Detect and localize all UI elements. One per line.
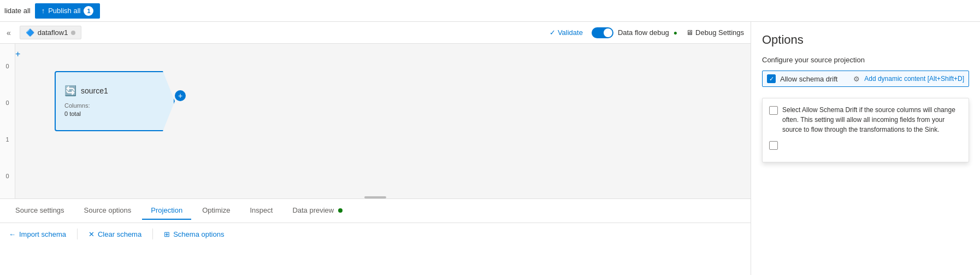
schema-drift-checkbox[interactable] <box>767 74 776 83</box>
separator-1 <box>77 229 78 239</box>
dataflow-dot <box>71 31 75 35</box>
debug-toggle[interactable] <box>592 27 613 38</box>
main-layout: « 🔷 dataflow1 ✓ Validate Data flow debug… <box>0 22 980 275</box>
import-schema-button[interactable]: ← Import schema <box>9 230 66 238</box>
bottom-panel: Source settings Source options Projectio… <box>0 198 751 275</box>
popup-checkbox-2[interactable] <box>769 141 778 150</box>
schema-drift-popup: Select Allow Schema Drift if the source … <box>762 98 969 162</box>
dynamic-content-link[interactable]: Add dynamic content [Alt+Shift+D] <box>864 75 964 83</box>
publish-all-button[interactable]: ↑ Publish all 1 <box>35 3 101 19</box>
tab-inspect[interactable]: Inspect <box>241 202 281 220</box>
source-node-name: source1 <box>81 86 108 95</box>
validate-button[interactable]: ✓ Validate <box>550 28 583 37</box>
toggle-thumb <box>604 28 612 37</box>
settings-gear-icon[interactable]: ⚙ <box>853 75 860 83</box>
schema-options-icon: ⊞ <box>164 230 170 238</box>
import-schema-icon: ← <box>9 230 16 238</box>
publish-all-label: Publish all <box>48 7 80 15</box>
add-top-button[interactable]: + <box>15 49 20 59</box>
data-preview-dot <box>338 208 343 213</box>
options-subtitle: Configure your source projection <box>762 56 969 64</box>
collapse-button[interactable]: « <box>7 28 11 37</box>
source-node-columns: Columns: 0 total <box>64 101 165 118</box>
diagram-canvas: 0 0 1 0 + 🔄 source1 <box>0 44 751 198</box>
debug-label: Data flow debug <box>618 28 669 37</box>
debug-settings-icon: 🖥 <box>686 28 693 37</box>
source-node-container: 🔄 source1 Columns: 0 total + <box>38 60 175 131</box>
separator-2 <box>152 229 153 239</box>
bottom-actions: ← Import schema ✕ Clear schema ⊞ Schema … <box>0 223 751 245</box>
secondary-toolbar: « 🔷 dataflow1 ✓ Validate Data flow debug… <box>0 22 751 44</box>
popup-checkbox-1[interactable] <box>769 106 778 115</box>
tab-projection[interactable]: Projection <box>142 202 191 220</box>
debug-settings-label: Debug Settings <box>695 28 744 37</box>
debug-toggle-group: Data flow debug ● <box>592 27 677 38</box>
clear-schema-icon: ✕ <box>88 230 95 238</box>
tab-source-options[interactable]: Source options <box>75 202 140 220</box>
diagram-number-2: 0 <box>5 100 9 106</box>
tab-optimize[interactable]: Optimize <box>193 202 239 220</box>
popup-row-2 <box>769 140 962 150</box>
diagram-number-1: 0 <box>5 63 9 69</box>
schema-drift-row: Allow schema drift ⚙ Add dynamic content… <box>762 71 969 87</box>
dataflow-icon: 🔷 <box>26 28 34 37</box>
tab-data-preview[interactable]: Data preview <box>284 202 351 220</box>
add-node-button[interactable]: + <box>175 90 186 101</box>
schema-drift-label: Allow schema drift <box>780 75 849 83</box>
clear-schema-button[interactable]: ✕ Clear schema <box>88 230 141 238</box>
dataflow-name: dataflow1 <box>38 28 68 37</box>
source-node-icon: 🔄 <box>64 85 76 97</box>
popup-row-1: Select Allow Schema Drift if the source … <box>769 105 962 134</box>
check-icon: ✓ <box>550 28 556 37</box>
options-title: Options <box>762 33 969 47</box>
dataflow-tab[interactable]: 🔷 dataflow1 <box>20 26 82 39</box>
debug-status-icon: ● <box>674 29 677 37</box>
source-node[interactable]: 🔄 source1 Columns: 0 total <box>55 71 175 131</box>
diagram-number-4: 0 <box>5 173 9 179</box>
right-panel: Options Configure your source projection… <box>751 22 980 275</box>
popup-text: Select Allow Schema Drift if the source … <box>782 105 962 134</box>
tabs-bar: Source settings Source options Projectio… <box>0 199 751 223</box>
top-toolbar: lidate all ↑ Publish all 1 <box>0 0 980 22</box>
diagram-number-3: 1 <box>5 136 9 143</box>
resize-handle[interactable] <box>364 196 386 198</box>
validate-all-label: lidate all <box>4 7 31 15</box>
validate-label: Validate <box>558 28 583 37</box>
publish-icon: ↑ <box>42 7 45 15</box>
publish-badge: 1 <box>84 6 93 16</box>
tab-source-settings[interactable]: Source settings <box>7 202 73 220</box>
schema-options-button[interactable]: ⊞ Schema options <box>164 230 224 238</box>
source-node-header: 🔄 source1 <box>64 85 165 97</box>
debug-settings-button[interactable]: 🖥 Debug Settings <box>686 28 744 37</box>
